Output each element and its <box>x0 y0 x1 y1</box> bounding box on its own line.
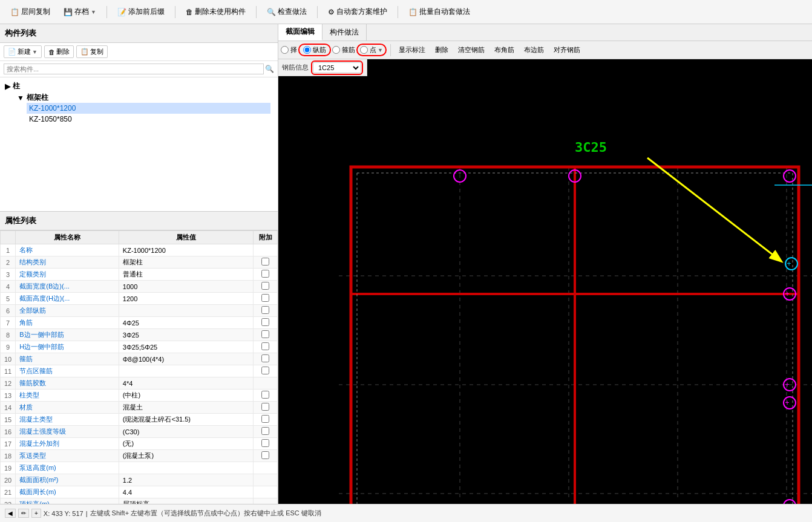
nav-plus-button[interactable]: + <box>31 509 41 518</box>
cad-canvas[interactable]: + + + + + 3C25 插筋 C8@100(4* 600 5C25 <box>278 76 812 504</box>
prop-row-name[interactable]: 箍筋 <box>16 353 119 365</box>
table-row[interactable]: 5截面高度(H边)(...1200 <box>1 293 278 305</box>
prop-row-value[interactable]: (现浇混凝土碎石<31.5) <box>119 414 253 426</box>
prop-checkbox-input[interactable] <box>261 294 269 302</box>
prop-row-name[interactable]: H边一侧中部筋 <box>16 341 119 353</box>
prop-checkbox-input[interactable] <box>261 439 269 447</box>
tab-member-method[interactable]: 构件做法 <box>323 24 367 41</box>
prop-row-value[interactable] <box>119 305 253 317</box>
prop-row-name[interactable]: 箍筋胶数 <box>16 377 119 390</box>
prop-row-name[interactable]: 泵送高度(m) <box>16 462 119 474</box>
prop-checkbox-input[interactable] <box>261 330 269 338</box>
floor-copy-button[interactable]: 📋 层间复制 <box>5 4 56 19</box>
prop-row-checkbox[interactable] <box>254 365 278 377</box>
stirrup-radio[interactable] <box>332 46 340 54</box>
prop-row-checkbox[interactable] <box>254 256 278 269</box>
clear-rebar-button[interactable]: 清空钢筋 <box>454 44 489 56</box>
prop-row-value[interactable]: 1.2 <box>119 474 253 486</box>
prop-row-checkbox[interactable] <box>254 305 278 317</box>
prop-row-value[interactable]: 框架柱 <box>119 256 253 269</box>
table-row[interactable]: 11节点区箍筋 <box>1 365 278 377</box>
table-row[interactable]: 16混凝土强度等级(C30) <box>1 426 278 438</box>
auto-scheme-button[interactable]: ⚙ 自动套方案维护 <box>323 4 393 19</box>
prop-checkbox-input[interactable] <box>261 367 269 374</box>
check-method-button[interactable]: 🔍 检查做法 <box>261 4 312 19</box>
tree-item-kz1000[interactable]: KZ-1000*1200 <box>27 103 270 114</box>
prop-checkbox-input[interactable] <box>261 354 269 362</box>
tree-root-node[interactable]: ▶ 柱 ▼ 框架柱 KZ-1000*1200 <box>2 80 275 127</box>
table-row[interactable]: 8B边一侧中部筋3Φ25 <box>1 329 278 341</box>
prop-row-name[interactable]: 名称 <box>16 244 119 256</box>
prop-row-name[interactable]: 材质 <box>16 402 119 414</box>
prop-row-name[interactable]: 柱类型 <box>16 390 119 402</box>
save-button[interactable]: 💾 存档 ▼ <box>58 4 102 19</box>
prop-row-checkbox[interactable] <box>254 353 278 365</box>
show-annotation-button[interactable]: 显示标注 <box>395 44 430 56</box>
table-row[interactable]: 13柱类型(中柱) <box>1 390 278 402</box>
table-row[interactable]: 21截面周长(m)4.4 <box>1 486 278 498</box>
table-row[interactable]: 3定额类别普通柱 <box>1 269 278 281</box>
prop-row-value[interactable]: (中柱) <box>119 390 253 402</box>
table-row[interactable]: 1名称KZ-1000*1200 <box>1 244 278 256</box>
tab-section-edit[interactable]: 截面编辑 <box>278 24 323 41</box>
prop-row-checkbox[interactable] <box>254 450 278 462</box>
prop-row-value[interactable] <box>119 462 253 474</box>
prop-row-value[interactable]: 3Φ25;5Φ25 <box>119 341 253 353</box>
table-row[interactable]: 18泵送类型(混凝土泵) <box>1 450 278 462</box>
table-row[interactable]: 14材质混凝土 <box>1 402 278 414</box>
table-row[interactable]: 2结构类别框架柱 <box>1 256 278 269</box>
prop-row-checkbox[interactable] <box>254 438 278 450</box>
prop-row-value[interactable] <box>119 365 253 377</box>
table-row[interactable]: 10箍筋Φ8@100(4*4) <box>1 353 278 365</box>
prop-checkbox-input[interactable] <box>261 415 269 423</box>
rebar-select[interactable]: 1C25 2C25 3C25 1C20 <box>313 62 361 73</box>
prop-row-value[interactable]: KZ-1000*1200 <box>119 244 253 256</box>
table-row[interactable]: 20截面面积(m²)1.2 <box>1 474 278 486</box>
prop-row-checkbox[interactable] <box>254 329 278 341</box>
prop-checkbox-input[interactable] <box>261 306 269 314</box>
prop-row-value[interactable]: 1200 <box>119 293 253 305</box>
longitudinal-radio-group[interactable]: 纵筋 <box>298 44 331 56</box>
table-row[interactable]: 9H边一侧中部筋3Φ25;5Φ25 <box>1 341 278 353</box>
add-prefix-button[interactable]: 📝 添加前后缀 <box>112 4 170 19</box>
tree-item-kz1050[interactable]: KZ-1050*850 <box>27 114 270 125</box>
search-input[interactable] <box>4 64 264 74</box>
prop-row-value[interactable]: (C30) <box>119 426 253 438</box>
prop-row-name[interactable]: 角筋 <box>16 317 119 329</box>
prop-row-name[interactable]: B边一侧中部筋 <box>16 329 119 341</box>
prop-row-name[interactable]: 截面宽度(B边)(... <box>16 281 119 293</box>
edge-rebar-button[interactable]: 布边筋 <box>520 44 548 56</box>
point-radio-group[interactable]: 点 <box>360 45 376 54</box>
point-dropdown[interactable]: ▼ <box>378 47 383 53</box>
prop-row-checkbox[interactable] <box>254 293 278 305</box>
prop-row-name[interactable]: 顶标高(m) <box>16 498 119 504</box>
drawing-area[interactable]: 截面编辑 构件做法 择 纵筋 箍筋 点 <box>278 24 812 504</box>
prop-row-checkbox[interactable] <box>254 402 278 414</box>
prop-checkbox-input[interactable] <box>261 318 269 326</box>
prop-row-value[interactable]: 混凝土 <box>119 402 253 414</box>
prop-row-name[interactable]: 定额类别 <box>16 269 119 281</box>
prop-row-value[interactable]: 普通柱 <box>119 269 253 281</box>
batch-auto-button[interactable]: 📋 批量自动套做法 <box>403 4 476 19</box>
prop-checkbox-input[interactable] <box>261 342 269 350</box>
nav-pencil-button[interactable]: ✏ <box>18 509 29 518</box>
prop-row-checkbox[interactable] <box>254 390 278 402</box>
prop-row-name[interactable]: 混凝土强度等级 <box>16 426 119 438</box>
tree-framework-node[interactable]: ▼ 框架柱 KZ-1000*1200 KZ-1050*850 <box>15 91 273 126</box>
prop-checkbox-input[interactable] <box>261 403 269 411</box>
copy-component-button[interactable]: 📋 复制 <box>76 45 108 58</box>
select-radio[interactable] <box>281 46 289 54</box>
prop-row-checkbox[interactable] <box>254 426 278 438</box>
prop-row-name[interactable]: 截面高度(H边)(... <box>16 293 119 305</box>
prop-row-value[interactable]: 4Φ25 <box>119 317 253 329</box>
prop-row-value[interactable]: 1000 <box>119 281 253 293</box>
prop-row-value[interactable]: Φ8@100(4*4) <box>119 353 253 365</box>
delete-unused-button[interactable]: 🗑 删除未使用构件 <box>180 4 251 19</box>
prop-checkbox-input[interactable] <box>261 282 269 290</box>
new-component-button[interactable]: 📄 新建 ▼ <box>4 45 42 58</box>
table-row[interactable]: 19泵送高度(m) <box>1 462 278 474</box>
prop-checkbox-input[interactable] <box>261 451 269 459</box>
prop-checkbox-input[interactable] <box>261 270 269 278</box>
prop-row-value[interactable]: 4*4 <box>119 377 253 390</box>
search-icon[interactable]: 🔍 <box>265 65 274 73</box>
